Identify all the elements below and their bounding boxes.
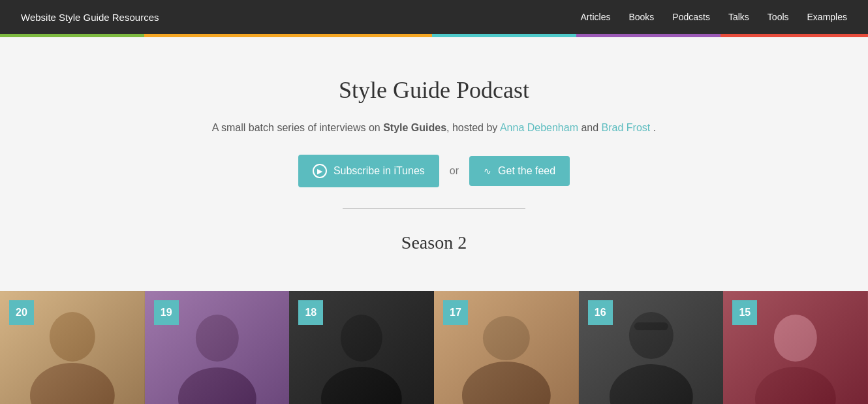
episode-20-badge: 20 xyxy=(9,300,34,325)
nav-books[interactable]: Books xyxy=(628,12,654,22)
episode-17[interactable]: 17 xyxy=(434,291,579,404)
cta-buttons: ▶ Subscribe in iTunes or ∿ Get the feed xyxy=(13,155,855,187)
episode-16[interactable]: 16 xyxy=(579,291,724,404)
episode-18[interactable]: 18 xyxy=(289,291,434,404)
episode-17-badge: 17 xyxy=(443,300,468,325)
episodes-grid: 20 19 18 xyxy=(0,291,868,404)
desc-middle: and xyxy=(581,122,601,133)
subscribe-itunes-button[interactable]: ▶ Subscribe in iTunes xyxy=(298,155,439,187)
hero-section: Style Guide Podcast A small batch series… xyxy=(0,37,868,291)
nav-tools[interactable]: Tools xyxy=(767,12,789,22)
episode-20[interactable]: 20 xyxy=(0,291,145,404)
host1-link[interactable]: Anna Debenham xyxy=(500,122,578,133)
episode-16-badge: 16 xyxy=(588,300,613,325)
itunes-icon: ▶ xyxy=(313,164,327,178)
episode-18-badge: 18 xyxy=(298,300,323,325)
divider xyxy=(343,208,525,209)
desc-prefix: A small batch series of interviews on St… xyxy=(212,122,500,133)
nav-articles[interactable]: Articles xyxy=(581,12,611,22)
feed-label: Get the feed xyxy=(498,165,555,177)
page-title: Style Guide Podcast xyxy=(13,76,855,104)
season-title: Season 2 xyxy=(13,232,855,253)
site-logo: Website Style Guide Resources xyxy=(21,12,159,23)
episode-19[interactable]: 19 xyxy=(145,291,290,404)
nav-examples[interactable]: Examples xyxy=(807,12,847,22)
episode-19-badge: 19 xyxy=(154,300,179,325)
hero-description: A small batch series of interviews on St… xyxy=(13,122,855,134)
itunes-label: Subscribe in iTunes xyxy=(333,165,425,177)
nav-podcasts[interactable]: Podcasts xyxy=(672,12,710,22)
episode-15-badge: 15 xyxy=(732,300,757,325)
or-separator: or xyxy=(450,165,459,177)
nav-links: Articles Books Podcasts Talks Tools Exam… xyxy=(581,11,847,23)
host2-link[interactable]: Brad Frost xyxy=(602,122,651,133)
desc-suffix: . xyxy=(653,122,656,133)
episode-15[interactable]: 15 xyxy=(723,291,868,404)
main-nav: Website Style Guide Resources Articles B… xyxy=(0,0,868,34)
rss-icon: ∿ xyxy=(484,166,491,176)
get-feed-button[interactable]: ∿ Get the feed xyxy=(469,156,570,186)
nav-talks[interactable]: Talks xyxy=(728,12,749,22)
